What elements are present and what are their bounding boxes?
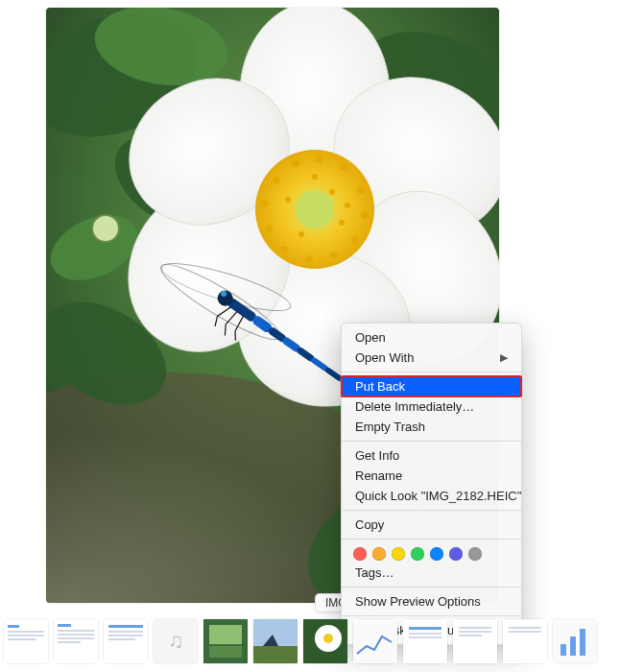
thumbnail[interactable]	[203, 619, 248, 663]
menu-empty-trash-label: Empty Trash	[355, 420, 425, 434]
tag-dot-green[interactable]	[411, 547, 424, 561]
menu-show-preview-options[interactable]: Show Preview Options	[342, 591, 521, 612]
menu-open-with[interactable]: Open With ▶	[342, 348, 521, 368]
menu-quick-look[interactable]: Quick Look "IMG_2182.HEIC"	[342, 486, 521, 506]
svg-point-31	[280, 246, 288, 253]
svg-point-35	[329, 189, 335, 195]
menu-get-info[interactable]: Get Info	[342, 445, 521, 466]
menu-separator	[342, 539, 521, 540]
menu-tags[interactable]: Tags…	[342, 563, 521, 583]
svg-rect-62	[58, 641, 81, 643]
svg-point-33	[261, 200, 269, 207]
menu-empty-trash[interactable]: Empty Trash	[342, 417, 521, 437]
svg-rect-67	[108, 638, 135, 640]
menu-put-back-label: Put Back	[355, 379, 405, 394]
menu-open-with-label: Open With	[355, 350, 414, 365]
svg-rect-86	[503, 619, 547, 663]
menu-open-label: Open	[355, 330, 386, 345]
tag-dot-gray[interactable]	[468, 547, 482, 561]
svg-point-34	[285, 197, 291, 203]
menu-separator	[342, 587, 521, 588]
svg-point-21	[296, 190, 334, 228]
thumbnail[interactable]	[4, 619, 48, 663]
menu-rename[interactable]: Rename	[342, 466, 521, 486]
svg-rect-80	[409, 633, 441, 635]
svg-rect-88	[509, 631, 541, 633]
context-menu: Open Open With ▶ Put Back Delete Immedia…	[341, 323, 522, 645]
svg-rect-81	[409, 636, 441, 638]
tag-dot-yellow[interactable]	[392, 547, 405, 561]
menu-open[interactable]: Open	[342, 327, 521, 348]
svg-rect-85	[459, 635, 482, 636]
svg-rect-72	[253, 646, 298, 663]
menu-quick-look-label: Quick Look "IMG_2182.HEIC"	[355, 489, 521, 503]
svg-point-38	[312, 174, 318, 180]
tag-dot-purple[interactable]	[449, 547, 463, 561]
svg-rect-78	[403, 619, 447, 663]
svg-rect-82	[453, 619, 497, 663]
svg-point-27	[361, 211, 369, 219]
svg-point-23	[292, 159, 299, 167]
thumbnail[interactable]	[453, 619, 497, 663]
svg-rect-55	[8, 635, 44, 636]
thumbnail-audio[interactable]: ♫	[154, 619, 198, 663]
svg-rect-65	[108, 631, 143, 633]
svg-point-24	[316, 156, 323, 163]
menu-get-info-label: Get Info	[355, 448, 399, 463]
svg-point-25	[340, 163, 347, 171]
svg-point-26	[357, 186, 365, 194]
tag-dot-blue[interactable]	[430, 547, 443, 561]
menu-tags-label: Tags…	[355, 565, 393, 580]
music-note-icon: ♫	[168, 629, 184, 654]
menu-show-preview-options-label: Show Preview Options	[355, 594, 481, 609]
menu-put-back[interactable]: Put Back	[342, 376, 521, 396]
svg-rect-60	[58, 634, 94, 636]
svg-rect-59	[58, 630, 94, 632]
menu-copy[interactable]: Copy	[342, 515, 521, 535]
svg-point-30	[305, 255, 313, 263]
menu-separator	[342, 441, 521, 442]
thumbnail-strip: ♫	[0, 616, 620, 666]
svg-rect-64	[108, 625, 143, 628]
svg-rect-58	[58, 624, 71, 627]
svg-rect-92	[580, 629, 585, 656]
menu-delete-immediately-label: Delete Immediately…	[355, 399, 474, 414]
svg-rect-84	[459, 631, 491, 633]
svg-rect-70	[209, 646, 242, 658]
svg-point-76	[323, 634, 333, 643]
svg-rect-56	[8, 638, 36, 640]
svg-point-37	[298, 231, 304, 237]
svg-rect-66	[108, 635, 143, 636]
thumbnail[interactable]	[104, 619, 148, 663]
menu-separator	[342, 372, 521, 372]
svg-point-32	[265, 225, 273, 232]
svg-rect-61	[58, 637, 94, 639]
svg-rect-54	[8, 631, 44, 633]
menu-delete-immediately[interactable]: Delete Immediately…	[342, 396, 521, 417]
thumbnail[interactable]	[353, 619, 397, 663]
thumbnail[interactable]	[403, 619, 447, 663]
svg-point-36	[339, 220, 345, 226]
menu-rename-label: Rename	[355, 468, 402, 483]
svg-rect-83	[459, 627, 491, 629]
svg-rect-90	[560, 644, 566, 656]
svg-rect-87	[509, 627, 541, 629]
svg-rect-69	[209, 625, 242, 644]
svg-point-29	[330, 252, 338, 259]
tag-dot-red[interactable]	[353, 547, 367, 561]
thumbnail[interactable]	[503, 619, 547, 663]
tag-dot-orange[interactable]	[372, 547, 386, 561]
thumbnail[interactable]	[253, 619, 298, 663]
svg-point-28	[351, 236, 359, 244]
svg-point-39	[345, 203, 350, 208]
thumbnail[interactable]	[54, 619, 98, 663]
svg-rect-53	[8, 625, 19, 628]
menu-tag-colors	[342, 543, 521, 563]
svg-rect-79	[409, 627, 441, 630]
svg-point-22	[273, 177, 280, 184]
thumbnail-selected[interactable]	[303, 619, 347, 663]
svg-rect-91	[570, 636, 576, 656]
chevron-right-icon: ▶	[500, 351, 508, 364]
menu-copy-label: Copy	[355, 517, 384, 532]
thumbnail[interactable]	[553, 619, 597, 663]
